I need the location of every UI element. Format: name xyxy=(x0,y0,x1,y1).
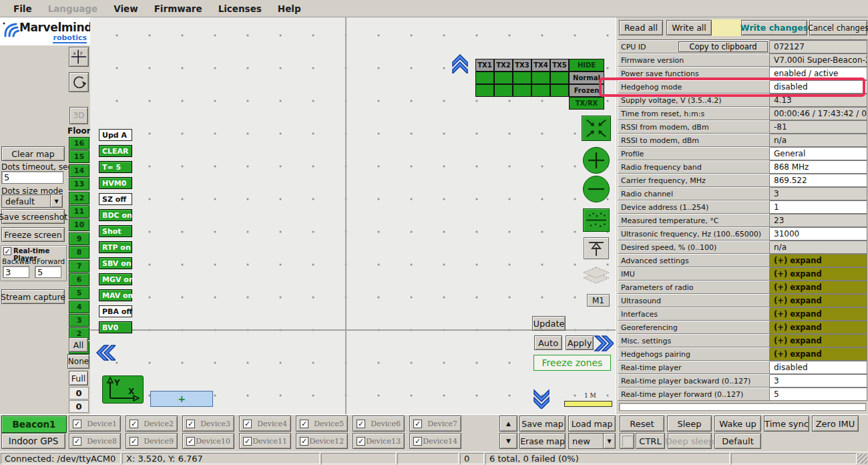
forward-input[interactable]: 5 xyxy=(35,266,61,278)
write-changes-button[interactable]: Write changes xyxy=(741,20,807,35)
floors-full-button[interactable]: Full xyxy=(69,371,88,385)
tx-normal-button[interactable]: Normal xyxy=(569,71,604,84)
device-toggle-device8[interactable]: ✓Device8 xyxy=(69,433,121,449)
tx-header-tx5[interactable]: TX5 xyxy=(550,59,569,71)
menu-item-language[interactable]: Language xyxy=(40,1,106,16)
tx-status-cell[interactable] xyxy=(513,84,531,97)
device-scroll-down-button[interactable]: ▼ xyxy=(499,433,517,449)
setting-expand-button[interactable]: (+) expand xyxy=(770,281,867,294)
checkbox-checked-icon[interactable]: ✓ xyxy=(186,420,195,428)
setting-value[interactable]: V7.000i Super-Beacon-2 xyxy=(770,53,867,67)
device-toggle-device5[interactable]: ✓Device5 xyxy=(296,416,348,432)
checkbox-checked-icon[interactable]: ✓ xyxy=(357,420,365,428)
device-toggle-device6[interactable]: ✓Device6 xyxy=(353,416,405,432)
map-button-upd-a[interactable]: Upd A xyxy=(99,129,132,141)
sleep-button[interactable]: Sleep xyxy=(667,416,712,432)
update-button[interactable]: Update xyxy=(532,316,566,331)
setting-expand-button[interactable]: (+) expand xyxy=(770,267,867,281)
device-toggle-device1[interactable]: ✓Device1 xyxy=(69,416,121,432)
device-scroll-up-button[interactable]: ▲ xyxy=(499,416,517,432)
setting-value[interactable]: 23 xyxy=(770,214,867,227)
map-button-hvm0[interactable]: HVM0 xyxy=(99,177,132,189)
axis-orientation-icon[interactable]: Y X xyxy=(102,375,144,404)
tx-hide-button[interactable]: HIDE xyxy=(569,59,604,71)
setting-value[interactable]: 1 xyxy=(770,200,867,214)
save-screenshot-button[interactable]: Save screenshot xyxy=(1,209,65,224)
checkbox-checked-icon[interactable]: ✓ xyxy=(130,437,138,446)
device-toggle-device9[interactable]: ✓Device9 xyxy=(126,433,178,449)
write-all-button[interactable]: Write all xyxy=(666,20,712,35)
xy-crosshair-button[interactable]: x y xyxy=(69,47,89,67)
checkbox-checked-icon[interactable]: ✓ xyxy=(413,437,422,446)
m1-button[interactable]: M1 xyxy=(587,294,610,307)
menu-item-licenses[interactable]: Licenses xyxy=(210,1,270,16)
map-select-arrow-icon[interactable]: ▼ xyxy=(603,434,615,448)
floor-button-8[interactable]: 8 xyxy=(69,246,89,259)
setting-value[interactable]: 00:00:46 / 17:43:42 / 0 xyxy=(770,107,867,120)
tx-header-tx2[interactable]: TX2 xyxy=(494,59,513,71)
device-toggle-device12[interactable]: ✓Device12 xyxy=(296,433,348,449)
device-toggle-device10[interactable]: ✓Device10 xyxy=(182,433,234,449)
erase-map-button[interactable]: Erase map xyxy=(519,433,566,449)
setting-value[interactable]: 3 xyxy=(770,374,867,388)
beacon1-button[interactable]: Beacon1 xyxy=(1,416,67,433)
floor-button-11[interactable]: 11 xyxy=(69,205,89,218)
clear-map-button[interactable]: Clear map xyxy=(1,146,65,161)
checkbox-checked-icon[interactable]: ✓ xyxy=(130,420,138,428)
device-toggle-device4[interactable]: ✓Device4 xyxy=(239,416,291,432)
checkbox-checked-icon[interactable]: ✓ xyxy=(413,420,422,428)
setting-expand-button[interactable]: (+) expand xyxy=(770,321,867,334)
reset-button[interactable]: Reset xyxy=(620,416,664,432)
menu-item-file[interactable]: File xyxy=(5,1,40,16)
floor-button-5[interactable]: 5 xyxy=(69,287,89,299)
zoom-in-button[interactable] xyxy=(583,147,610,174)
tx-header-tx4[interactable]: TX4 xyxy=(531,59,550,71)
setting-value[interactable]: 31000 xyxy=(770,227,867,241)
load-map-button[interactable]: Load map xyxy=(568,416,616,432)
tx-status-cell[interactable] xyxy=(550,71,569,84)
freeze-screen-button[interactable]: Freeze screen xyxy=(1,227,65,242)
3d-view-button[interactable]: 3D xyxy=(69,107,88,124)
setting-value[interactable]: 4.13 xyxy=(770,94,867,107)
chevron-up-icon[interactable] xyxy=(451,53,469,73)
floor-button-9[interactable]: 9 xyxy=(69,232,89,245)
setting-value[interactable]: n/a xyxy=(770,134,867,147)
floor-button-7[interactable]: 7 xyxy=(69,260,89,273)
map-select[interactable]: new ▼ xyxy=(568,433,616,449)
setting-value[interactable]: 072127 xyxy=(770,40,867,53)
dots-display-button[interactable] xyxy=(583,208,610,232)
setting-expand-button[interactable]: (+) expand xyxy=(770,307,867,321)
setting-value[interactable]: 869.522 xyxy=(770,174,867,187)
tx-status-cell[interactable] xyxy=(531,84,550,97)
dots-size-select[interactable]: default ▼ xyxy=(1,194,63,208)
tx-status-cell[interactable] xyxy=(513,71,531,84)
setting-expand-button[interactable]: (+) expand xyxy=(770,294,867,307)
chevron-left-icon[interactable] xyxy=(95,343,116,362)
floor-button-4[interactable]: 4 xyxy=(69,301,89,313)
checkbox-checked-icon[interactable]: ✓ xyxy=(243,420,252,428)
tx-header-tx3[interactable]: TX3 xyxy=(513,59,531,71)
fit-view-button[interactable] xyxy=(582,116,611,141)
time-sync-button[interactable]: Time sync xyxy=(764,416,809,432)
floor-button-15[interactable]: 15 xyxy=(69,150,89,163)
save-map-button[interactable]: Save map xyxy=(519,416,566,432)
device-toggle-device11[interactable]: ✓Device11 xyxy=(239,433,291,449)
ctrl-checkbox[interactable] xyxy=(620,433,634,449)
chevron-down-icon[interactable] xyxy=(532,389,551,409)
tx-status-cell[interactable] xyxy=(475,71,494,84)
floor-button-3[interactable]: 3 xyxy=(69,314,89,327)
ctrl-button[interactable]: CTRL xyxy=(636,433,665,449)
setting-value[interactable]: n/a xyxy=(770,241,867,254)
menu-item-firmware[interactable]: Firmware xyxy=(146,1,210,16)
tx-status-cell[interactable] xyxy=(494,84,513,97)
map-button-mgv-on[interactable]: MGV on xyxy=(99,273,132,285)
apply-button[interactable]: Apply xyxy=(566,335,594,350)
device-toggle-device7[interactable]: ✓Device7 xyxy=(409,416,461,432)
layers-button[interactable] xyxy=(580,266,613,287)
cancel-changes-button[interactable]: Cancel changes xyxy=(809,20,867,35)
map-button-sbv-on[interactable]: SBV on xyxy=(99,257,132,269)
device-toggle-device13[interactable]: ✓Device13 xyxy=(353,433,405,449)
zero-imu-button[interactable]: Zero IMU xyxy=(812,416,859,432)
rotate-view-button[interactable] xyxy=(69,72,89,92)
floor-button-6[interactable]: 6 xyxy=(69,273,89,286)
